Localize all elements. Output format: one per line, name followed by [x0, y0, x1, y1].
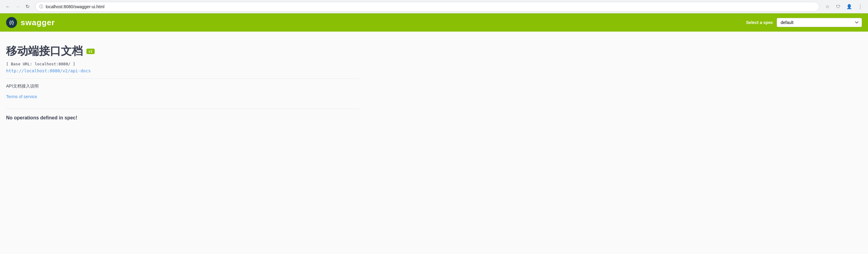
- api-title: 移动端接口文档: [6, 44, 83, 59]
- section-divider-2: [6, 109, 359, 109]
- url-text: localhost:8080/swagger-ui.html: [45, 4, 815, 9]
- api-description: API文档接入说明: [6, 83, 359, 89]
- spec-label: Select a spec: [746, 20, 773, 25]
- terms-of-service-link[interactable]: Terms of service: [6, 94, 37, 99]
- spec-selector: Select a spec default: [746, 18, 862, 27]
- menu-icon[interactable]: ⋮: [856, 2, 864, 11]
- version-badge: v1: [87, 48, 95, 54]
- forward-button[interactable]: →: [13, 2, 22, 11]
- api-docs-link[interactable]: http://localhost:8080/v2/api-docs: [6, 68, 91, 73]
- browser-actions: ☆ 🛡 👤 ⋮: [823, 2, 864, 11]
- reload-button[interactable]: ↻: [23, 2, 32, 11]
- swagger-header: {/} swagger Select a spec default: [0, 13, 868, 32]
- browser-navigation: ← → ↻: [4, 2, 32, 11]
- main-content: 移动端接口文档 v1 [ Base URL: localhost:8080/ ]…: [0, 32, 365, 133]
- extension-icon[interactable]: 🛡: [834, 2, 842, 11]
- swagger-icon: {/}: [6, 17, 17, 28]
- no-operations-message: No operations defined in spec!: [6, 115, 359, 121]
- api-title-section: 移动端接口文档 v1 [ Base URL: localhost:8080/ ]…: [6, 44, 359, 74]
- bookmark-icon[interactable]: ☆: [823, 2, 832, 11]
- section-divider: [6, 78, 359, 79]
- swagger-name: swagger: [21, 18, 55, 27]
- address-bar[interactable]: ⓘ localhost:8080/swagger-ui.html: [35, 2, 819, 11]
- back-button[interactable]: ←: [4, 2, 12, 11]
- swagger-logo: {/} swagger: [6, 17, 55, 28]
- browser-chrome: ← → ↻ ⓘ localhost:8080/swagger-ui.html ☆…: [0, 0, 868, 13]
- profile-icon[interactable]: 👤: [845, 2, 854, 11]
- base-url: [ Base URL: localhost:8080/ ]: [6, 62, 359, 66]
- lock-icon: ⓘ: [39, 4, 43, 9]
- api-title-row: 移动端接口文档 v1: [6, 44, 359, 59]
- spec-select[interactable]: default: [777, 18, 862, 27]
